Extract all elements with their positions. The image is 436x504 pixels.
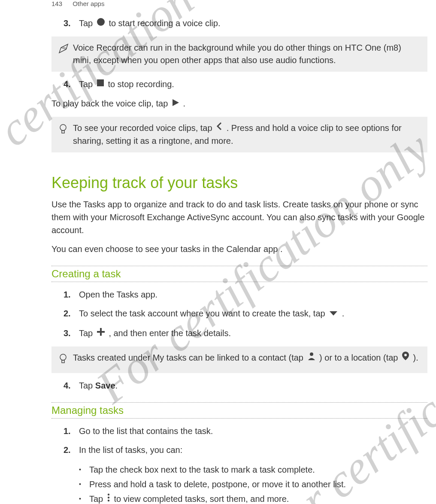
note-text: Voice Recorder can run in the background… xyxy=(73,42,421,67)
svg-point-17 xyxy=(108,499,109,501)
step-number: 1. xyxy=(64,425,79,437)
play-icon xyxy=(172,97,179,110)
step-text: Open the Tasks app. xyxy=(79,288,427,301)
bullet-list: Tap the check box next to the task to ma… xyxy=(79,462,427,504)
step-4: 4. Tap to stop recording. xyxy=(64,78,427,91)
svg-point-13 xyxy=(310,352,313,356)
section-heading: Keeping track of your tasks xyxy=(51,174,427,192)
step-number: 1. xyxy=(64,288,79,301)
step-text: In the list of tasks, you can: xyxy=(79,443,427,456)
pencil-icon xyxy=(58,42,73,58)
paragraph: Use the Tasks app to organize and track … xyxy=(51,198,427,237)
svg-point-15 xyxy=(108,493,109,495)
save-label: Save xyxy=(95,381,115,390)
step-number: 4. xyxy=(64,379,79,392)
subsection-heading: Managing tasks xyxy=(51,402,427,419)
step-3b: 3. Tap , and then enter the task details… xyxy=(64,327,427,340)
note-box: Voice Recorder can run in the background… xyxy=(51,36,427,72)
subsection-heading: Creating a task xyxy=(51,266,427,282)
tip-text: To see your recorded voice clips, tap . … xyxy=(73,122,421,147)
step-2: 2. To select the task account where you … xyxy=(64,307,427,321)
location-icon xyxy=(402,351,409,364)
step-text: Tap xyxy=(79,79,95,89)
tip-text: Tasks created under My tasks can be link… xyxy=(73,352,421,365)
back-icon xyxy=(216,121,223,134)
svg-point-6 xyxy=(60,124,66,131)
step-text: to stop recording. xyxy=(108,79,174,89)
step-text: . xyxy=(342,309,345,318)
step-number: 3. xyxy=(64,327,79,340)
svg-point-0 xyxy=(97,18,105,26)
step-text: Tap xyxy=(79,381,95,390)
bulb-icon xyxy=(58,122,73,138)
svg-marker-8 xyxy=(330,311,337,316)
svg-rect-4 xyxy=(97,79,104,86)
list-item: Tap to view completed tasks, sort them, … xyxy=(79,492,427,504)
step-number: 2. xyxy=(64,443,79,456)
stop-icon xyxy=(97,77,104,90)
step-number: 3. xyxy=(64,17,79,30)
svg-point-11 xyxy=(60,354,66,360)
step-1c: 1. Go to the list that contains the task… xyxy=(64,425,427,437)
step-1: 1. Open the Tasks app. xyxy=(64,288,427,301)
svg-rect-7 xyxy=(62,131,64,133)
svg-point-14 xyxy=(404,354,407,356)
step-number: 4. xyxy=(64,78,79,91)
dropdown-icon xyxy=(329,307,338,320)
contact-icon xyxy=(307,351,316,364)
page-header: 143 Other apps xyxy=(0,0,436,11)
page-content: 143 Other apps 3. Tap to start recording… xyxy=(0,0,436,504)
step-text: to start recording a voice clip. xyxy=(109,18,220,28)
svg-point-16 xyxy=(108,496,109,498)
svg-marker-5 xyxy=(173,99,179,106)
page-number: 143 xyxy=(51,0,62,7)
record-icon xyxy=(97,17,105,30)
step-number: 2. xyxy=(64,307,79,321)
tip-box: Tasks created under My tasks can be link… xyxy=(51,346,427,373)
step-4b: 4. Tap Save. xyxy=(64,379,427,392)
step-3: 3. Tap to start recording a voice clip. xyxy=(64,17,427,30)
section-name: Other apps xyxy=(73,0,104,7)
step-text: , and then enter the task details. xyxy=(109,328,231,338)
step-text: To select the task account where you wan… xyxy=(79,309,327,318)
bulb-icon xyxy=(58,352,73,368)
step-text: Go to the list that contains the task. xyxy=(79,425,427,437)
list-item: Tap the check box next to the task to ma… xyxy=(79,462,427,477)
svg-rect-12 xyxy=(62,360,64,363)
more-icon xyxy=(107,492,110,504)
plus-icon xyxy=(97,327,105,340)
paragraph: To play back the voice clip, tap . xyxy=(51,97,427,111)
step-2c: 2. In the list of tasks, you can: xyxy=(64,443,427,456)
tip-box: To see your recorded voice clips, tap . … xyxy=(51,117,427,152)
paragraph: You can even choose to see your tasks in… xyxy=(51,243,427,255)
step-text: Tap xyxy=(79,328,95,338)
step-text: Tap xyxy=(79,18,95,28)
list-item: Press and hold a task to delete, postpon… xyxy=(79,477,427,492)
step-text: . xyxy=(115,381,118,390)
